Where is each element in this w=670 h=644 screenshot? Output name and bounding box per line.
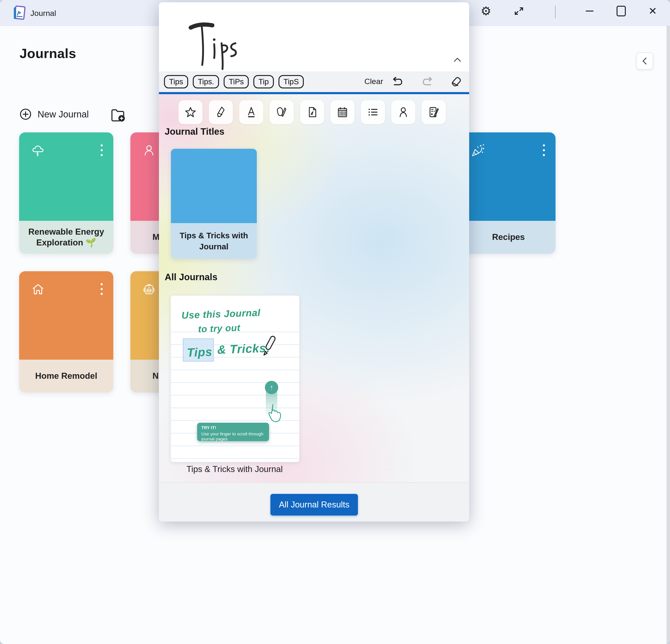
journal-page-thumbnail[interactable]: Use this Journal to try out Tips & Trick… <box>171 295 300 462</box>
journal-card-recipes[interactable]: Recipes <box>461 133 555 254</box>
collapse-panel-button[interactable] <box>636 53 653 70</box>
party-popper-icon <box>471 143 486 159</box>
filter-pdf-icon[interactable] <box>300 100 324 124</box>
ink-search-panel: Tips Tips. TiPs Tip TipS Clear <box>159 2 469 521</box>
suggestion-row: Tips Tips. TiPs Tip TipS Clear <box>159 71 469 92</box>
plus-circle-icon <box>19 108 31 120</box>
chevron-up-icon <box>454 57 461 62</box>
minimize-icon <box>586 11 593 12</box>
journal-app-window: Journal ⚙ ✕ Journals <box>0 0 670 644</box>
titlebar-divider <box>555 5 555 18</box>
filter-person-icon[interactable] <box>391 100 415 124</box>
card-menu-button[interactable] <box>543 145 545 156</box>
filter-calendar-icon[interactable] <box>331 100 354 124</box>
card-title: Renewable Energy Exploration 🌱 <box>19 221 113 254</box>
redo-button[interactable] <box>420 74 436 90</box>
cloud-lightning-icon <box>31 143 45 158</box>
page-title: Journals <box>19 45 76 61</box>
new-journal-button[interactable]: New Journal <box>19 108 89 120</box>
suggestion-pill[interactable]: Tips. <box>193 75 219 88</box>
hand-pointer-icon <box>268 404 285 427</box>
backpack-icon <box>142 282 156 296</box>
filter-highlighter-icon[interactable] <box>209 100 233 124</box>
suggestion-pill[interactable]: Tip <box>253 75 274 88</box>
tooltip-title: TRY IT! <box>201 425 265 430</box>
card-title: Home Remodel <box>19 360 113 393</box>
settings-button[interactable]: ⚙ <box>478 3 494 19</box>
filter-list-icon[interactable] <box>361 100 385 124</box>
result-card-title: Tips & Tricks with Journal <box>171 223 257 259</box>
undo-icon <box>391 77 403 87</box>
handwritten-query-ink <box>186 20 241 71</box>
chevron-left-icon <box>641 57 648 65</box>
filter-star-icon[interactable] <box>178 100 202 124</box>
person-icon <box>142 143 156 157</box>
maximize-button[interactable] <box>613 3 629 19</box>
close-icon: ✕ <box>648 6 657 16</box>
filter-worksheet-icon[interactable] <box>422 100 446 124</box>
all-journals-heading: All Journals <box>165 272 217 282</box>
highlighted-word: Tips <box>187 345 213 360</box>
redo-icon <box>422 77 433 87</box>
suggestion-pill[interactable]: TiPs <box>224 75 249 88</box>
card-menu-button[interactable] <box>100 283 103 295</box>
all-journal-results-button[interactable]: All Journal Results <box>270 494 358 516</box>
result-card-cover <box>171 149 257 223</box>
panel-footer: All Journal Results <box>159 482 469 521</box>
eraser-button[interactable] <box>448 74 464 90</box>
expand-window-button[interactable] <box>511 3 527 19</box>
try-it-tooltip: TRY IT! Use your finger to scroll throug… <box>197 423 269 441</box>
card-title: Recipes <box>461 221 555 254</box>
suggestion-pill[interactable]: TipS <box>279 75 304 88</box>
minimize-button[interactable] <box>581 3 598 19</box>
collapse-handwriting-button[interactable] <box>452 55 463 65</box>
filter-text-icon[interactable] <box>239 100 263 124</box>
card-menu-button[interactable] <box>100 145 103 156</box>
thumbnail-caption: Tips & Tricks with Journal <box>171 464 299 474</box>
journal-card-home-remodel[interactable]: Home Remodel <box>19 271 113 393</box>
close-button[interactable]: ✕ <box>644 3 661 19</box>
pen-illustration-icon <box>260 334 281 357</box>
eraser-icon <box>450 76 462 88</box>
page-ink-line1: Use this Journal <box>181 307 260 321</box>
clear-button[interactable]: Clear <box>364 77 383 86</box>
handwriting-canvas[interactable] <box>159 2 469 71</box>
journal-title-result-card[interactable]: Tips & Tricks with Journal <box>171 149 257 259</box>
app-title: Journal <box>30 9 56 18</box>
undo-button[interactable] <box>389 74 405 90</box>
home-icon <box>31 282 45 296</box>
filter-row <box>178 100 446 124</box>
expand-icon <box>514 6 524 16</box>
maximize-icon <box>617 6 626 16</box>
accent-underline <box>159 92 469 94</box>
filter-sticky-note-pen-icon[interactable] <box>270 100 294 124</box>
journal-card-renewable-energy[interactable]: Renewable Energy Exploration 🌱 <box>19 133 113 254</box>
new-journal-label: New Journal <box>38 109 89 120</box>
tooltip-text: Use your finger to scroll through journa… <box>201 431 265 442</box>
app-logo-icon <box>12 5 27 21</box>
page-ink-line2: to try out <box>198 323 240 334</box>
suggestion-pill[interactable]: Tips <box>164 75 188 88</box>
search-results-area: Journal Titles Tips & Tricks with Journa… <box>159 94 469 482</box>
window-right-edge <box>667 26 670 644</box>
new-folder-button[interactable] <box>110 108 126 122</box>
journal-titles-heading: Journal Titles <box>165 126 224 137</box>
gear-icon: ⚙ <box>481 5 492 17</box>
folder-plus-icon <box>110 108 126 122</box>
